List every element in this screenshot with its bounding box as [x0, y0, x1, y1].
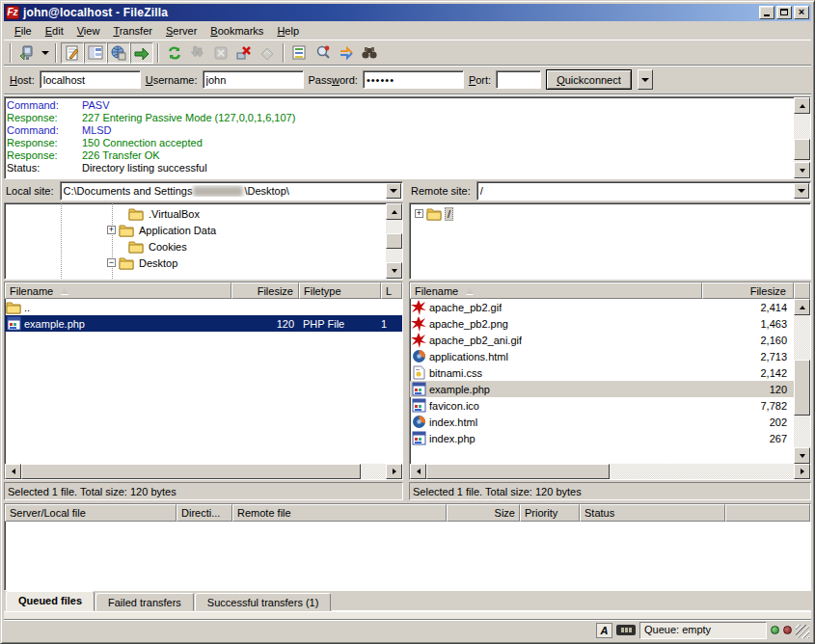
- scroll-right-button[interactable]: [794, 464, 810, 479]
- port-input[interactable]: [496, 70, 541, 89]
- scroll-up-button[interactable]: [794, 299, 810, 315]
- expand-icon[interactable]: +: [415, 209, 423, 218]
- synchronized-browsing-button[interactable]: [335, 42, 358, 64]
- expand-icon[interactable]: +: [107, 226, 116, 234]
- quickconnect-dropdown[interactable]: [638, 69, 653, 90]
- collapse-icon[interactable]: −: [107, 258, 116, 267]
- remote-file-row[interactable]: favicon.ico 7,782: [410, 397, 794, 414]
- remote-file-row[interactable]: index.html 202: [410, 414, 794, 430]
- menu-file[interactable]: File: [8, 23, 39, 39]
- browser-globe-icon: [412, 415, 426, 429]
- tree-item[interactable]: + /: [410, 205, 810, 222]
- remote-list-scrollbar[interactable]: [794, 299, 810, 464]
- app-window-icon: [412, 431, 426, 445]
- column-header-size[interactable]: Size: [447, 504, 520, 522]
- tab-successful-transfers[interactable]: Successful transfers (1): [195, 593, 332, 611]
- remote-file-row[interactable]: apache_pb2_ani.gif 2,160: [410, 332, 794, 348]
- remote-list-hscrollbar[interactable]: [410, 464, 810, 479]
- toggle-local-tree-button[interactable]: [84, 42, 107, 64]
- host-input[interactable]: [40, 70, 141, 89]
- toolbar-separator: [55, 43, 57, 63]
- username-input[interactable]: [203, 70, 304, 89]
- maximize-button[interactable]: [776, 6, 792, 19]
- remote-site-dropdown[interactable]: [794, 183, 809, 199]
- directory-listing-filters-button[interactable]: [288, 42, 312, 64]
- remote-file-row[interactable]: apache_pb2.gif 2,414: [410, 299, 794, 315]
- menu-help[interactable]: Help: [270, 23, 306, 39]
- password-input[interactable]: [363, 70, 464, 89]
- quickconnect-button[interactable]: Quickconnect: [546, 69, 632, 90]
- column-header-filesize[interactable]: Filesize: [231, 282, 299, 299]
- close-button[interactable]: ×: [794, 6, 809, 19]
- tab-queued-files[interactable]: Queued files: [6, 591, 95, 611]
- local-file-row-selected[interactable]: example.php 120 PHP File 1: [5, 315, 402, 332]
- resize-grip[interactable]: [796, 625, 809, 638]
- disconnect-button[interactable]: [232, 42, 256, 64]
- title-bar[interactable]: Fz john@localhost - FileZilla ×: [4, 4, 811, 21]
- tree-item[interactable]: − Desktop: [5, 255, 386, 271]
- scroll-thumb[interactable]: [386, 233, 402, 249]
- site-manager-dropdown[interactable]: [39, 42, 51, 64]
- column-header-filetype[interactable]: Filetype: [299, 282, 381, 299]
- column-header-lastmodified[interactable]: L: [381, 282, 402, 299]
- log-scrollbar[interactable]: [794, 97, 810, 178]
- column-header-remote-file[interactable]: Remote file: [232, 504, 447, 522]
- process-queue-icon: [189, 44, 206, 62]
- reconnect-button[interactable]: [256, 42, 279, 64]
- column-header-direction[interactable]: Directi...: [177, 504, 232, 522]
- menu-edit[interactable]: Edit: [39, 23, 70, 39]
- scroll-down-button[interactable]: [794, 447, 810, 464]
- column-header-filename[interactable]: Filename: [5, 282, 231, 299]
- local-file-row[interactable]: ..: [5, 299, 402, 315]
- tree-item[interactable]: .VirtualBox: [5, 205, 386, 222]
- remote-site-combobox[interactable]: /: [476, 181, 811, 201]
- local-list-hscrollbar[interactable]: [5, 464, 402, 479]
- minimize-button[interactable]: [759, 6, 774, 19]
- column-header-status[interactable]: Status: [580, 504, 725, 522]
- remote-file-row[interactable]: apache_pb2.png 1,463: [410, 315, 794, 332]
- remote-file-row[interactable]: bitnami.css 2,142: [410, 364, 794, 381]
- scroll-down-button[interactable]: [386, 262, 402, 279]
- process-queue-button[interactable]: [186, 42, 209, 64]
- scroll-down-button[interactable]: [794, 162, 810, 178]
- remote-file-row[interactable]: applications.html 2,713: [410, 348, 794, 364]
- tree-item[interactable]: Cookies: [5, 238, 386, 255]
- site-manager-button[interactable]: [15, 42, 39, 64]
- quickconnect-bar: Host: Username: Password: Port: Quickcon…: [4, 66, 811, 94]
- tab-failed-transfers[interactable]: Failed transfers: [95, 593, 194, 611]
- transfer-type-ascii-icon: A: [596, 623, 612, 638]
- menu-view[interactable]: View: [70, 23, 107, 39]
- remote-file-row-selected[interactable]: example.php 120: [410, 381, 794, 397]
- compare-directories-button[interactable]: [312, 42, 335, 64]
- toggle-transfer-queue-button[interactable]: [130, 42, 153, 64]
- menu-server[interactable]: Server: [159, 23, 204, 39]
- menu-bookmarks[interactable]: Bookmarks: [204, 23, 270, 39]
- column-header-filename[interactable]: Filename: [410, 282, 702, 299]
- column-header-server-local-file[interactable]: Server/Local file: [5, 504, 177, 522]
- local-tree-scrollbar[interactable]: [386, 203, 402, 279]
- sort-ascending-icon: [61, 288, 68, 294]
- remote-file-row[interactable]: index.php 267: [410, 430, 794, 446]
- tree-item[interactable]: + Application Data: [5, 222, 386, 238]
- scroll-right-button[interactable]: [386, 464, 402, 479]
- scroll-thumb[interactable]: [21, 464, 361, 479]
- local-site-dropdown[interactable]: [386, 183, 401, 199]
- scroll-left-button[interactable]: [5, 464, 21, 479]
- scroll-up-button[interactable]: [794, 97, 810, 114]
- cancel-operation-button[interactable]: [209, 42, 232, 64]
- refresh-button[interactable]: [163, 42, 186, 64]
- column-header-filesize[interactable]: Filesize: [702, 282, 794, 299]
- scroll-thumb[interactable]: [426, 464, 610, 479]
- scroll-left-button[interactable]: [410, 464, 426, 479]
- menu-transfer[interactable]: Transfer: [106, 23, 159, 39]
- triangle-up-icon: [800, 104, 805, 108]
- scroll-thumb[interactable]: [794, 360, 810, 416]
- reconnect-icon: [258, 44, 276, 62]
- scroll-up-button[interactable]: [386, 203, 402, 220]
- find-files-button[interactable]: [358, 42, 381, 64]
- local-site-combobox[interactable]: C:\Documents and Settings\Desktop\: [60, 181, 403, 201]
- scroll-thumb[interactable]: [794, 139, 810, 160]
- toggle-remote-tree-button[interactable]: [107, 42, 130, 64]
- column-header-priority[interactable]: Priority: [520, 504, 580, 522]
- toggle-message-log-button[interactable]: [61, 42, 84, 64]
